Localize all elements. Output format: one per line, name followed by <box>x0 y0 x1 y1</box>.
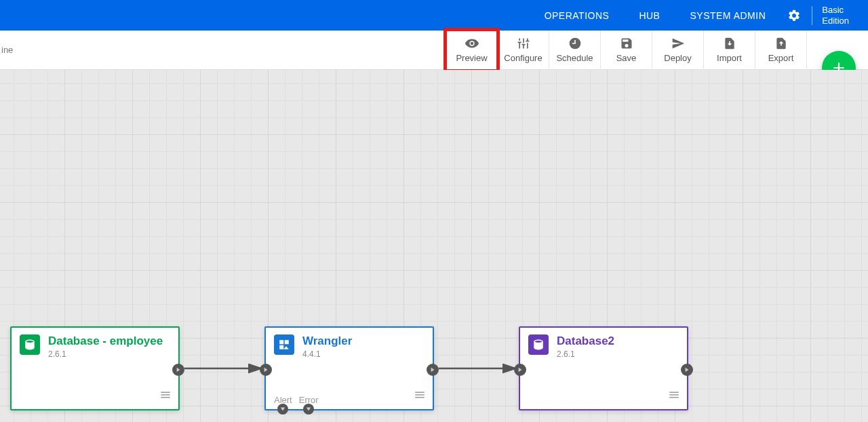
port-endpoint[interactable] <box>303 404 314 415</box>
preview-label: Preview <box>456 53 487 63</box>
port-endpoint[interactable] <box>277 404 288 415</box>
node-menu-button[interactable] <box>159 389 172 404</box>
clock-icon <box>568 37 582 50</box>
configure-button[interactable]: Configure <box>498 31 549 70</box>
output-endpoint[interactable] <box>681 364 693 376</box>
import-button[interactable]: Import <box>704 31 755 70</box>
alert-port[interactable]: Alert <box>274 395 292 405</box>
edition-badge: Basic Edition <box>816 5 854 26</box>
node-version: 2.6.1 <box>557 349 614 359</box>
export-label: Export <box>768 53 794 63</box>
node-menu-button[interactable] <box>668 389 680 404</box>
schedule-label: Schedule <box>556 53 593 63</box>
node-title: Database2 <box>557 334 614 348</box>
input-endpoint[interactable] <box>514 364 526 376</box>
save-icon <box>620 37 633 50</box>
deploy-label: Deploy <box>664 53 691 63</box>
database-icon <box>20 334 40 355</box>
node-version: 4.4.1 <box>302 349 352 359</box>
preview-button[interactable]: Preview <box>446 31 498 70</box>
nav-operations[interactable]: OPERATIONS <box>530 10 625 21</box>
header-divider <box>812 6 812 25</box>
export-button[interactable]: Export <box>755 31 807 70</box>
eye-icon <box>465 37 479 50</box>
node-wrangler[interactable]: Wrangler 4.4.1 Alert Error <box>264 326 434 410</box>
node-title: Wrangler <box>302 334 352 348</box>
nav-hub[interactable]: HUB <box>624 10 675 21</box>
deploy-button[interactable]: Deploy <box>652 31 704 70</box>
pipeline-toolbar: ine Preview Configure Schedule Save Depl… <box>0 31 868 70</box>
edition-line2: Edition <box>822 16 849 26</box>
pipeline-canvas[interactable]: Database - employee 2.6.1 Wrangler 4.4.1… <box>0 70 868 422</box>
edition-line1: Basic <box>822 5 849 16</box>
settings-button[interactable] <box>781 9 808 22</box>
page-title-partial: ine <box>0 45 14 55</box>
schedule-button[interactable]: Schedule <box>549 31 601 70</box>
hamburger-icon <box>414 389 426 401</box>
import-label: Import <box>717 53 742 63</box>
export-icon <box>774 37 788 50</box>
configure-label: Configure <box>504 53 542 63</box>
sliders-icon <box>517 37 530 50</box>
input-endpoint[interactable] <box>260 364 272 376</box>
save-button[interactable]: Save <box>601 31 652 70</box>
node-database-employee[interactable]: Database - employee 2.6.1 <box>10 326 180 410</box>
node-menu-button[interactable] <box>414 389 426 404</box>
gear-icon <box>787 9 801 22</box>
deploy-icon <box>671 37 685 50</box>
import-icon <box>723 37 736 50</box>
node-title: Database - employee <box>48 334 163 348</box>
output-endpoint[interactable] <box>172 364 184 376</box>
database-icon <box>528 334 549 355</box>
hamburger-icon <box>668 389 680 401</box>
node-database2[interactable]: Database2 2.6.1 <box>519 326 688 410</box>
node-version: 2.6.1 <box>48 349 163 359</box>
error-port[interactable]: Error <box>299 395 319 405</box>
output-endpoint[interactable] <box>427 364 439 376</box>
hamburger-icon <box>159 389 172 401</box>
wrangler-icon <box>274 334 294 355</box>
app-header: OPERATIONS HUB SYSTEM ADMIN Basic Editio… <box>0 0 868 31</box>
nav-system-admin[interactable]: SYSTEM ADMIN <box>675 10 781 21</box>
save-label: Save <box>616 53 637 63</box>
